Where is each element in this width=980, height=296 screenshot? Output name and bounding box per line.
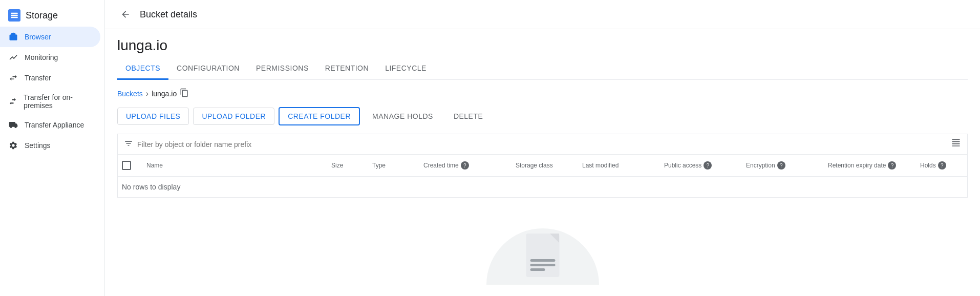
- retention-help-icon[interactable]: ?: [888, 161, 896, 170]
- th-holds: Holds ?: [916, 155, 967, 176]
- tab-objects[interactable]: OBJECTS: [117, 58, 168, 80]
- illustration-doc-lines: [530, 259, 555, 271]
- filter-input[interactable]: [137, 140, 951, 149]
- th-storage-class: Storage class: [512, 155, 578, 176]
- public-access-help-icon[interactable]: ?: [704, 161, 712, 170]
- upload-files-button[interactable]: UPLOAD FILES: [117, 108, 189, 125]
- sidebar-item-settings[interactable]: Settings: [0, 135, 100, 156]
- table-container: Name Size Type Created time ? Storage cl…: [117, 155, 968, 198]
- tab-permissions[interactable]: PERMISSIONS: [248, 58, 317, 80]
- th-encryption: Encryption ?: [742, 155, 824, 176]
- sidebar: Storage Browser Monitoring Transfer Tran…: [0, 0, 105, 296]
- breadcrumb-buckets-link[interactable]: Buckets: [117, 90, 143, 98]
- th-checkbox: [118, 155, 142, 176]
- sidebar-item-browser[interactable]: Browser: [0, 27, 100, 47]
- upload-folder-button[interactable]: UPLOAD FOLDER: [193, 108, 274, 125]
- sidebar-item-transfer[interactable]: Transfer: [0, 68, 100, 88]
- th-name: Name: [142, 155, 327, 176]
- sidebar-item-settings-label: Settings: [25, 141, 51, 150]
- select-all-checkbox[interactable]: [122, 161, 131, 170]
- sidebar-item-transfer-appliance-label: Transfer Appliance: [25, 121, 84, 129]
- illustration-doc-corner: [550, 234, 559, 243]
- sidebar-header: Storage: [0, 4, 104, 27]
- action-bar: UPLOAD FILES UPLOAD FOLDER CREATE FOLDER…: [117, 107, 968, 125]
- bucket-section: lunga.io: [105, 29, 980, 54]
- empty-illustration-container: [117, 208, 968, 285]
- tab-configuration[interactable]: CONFIGURATION: [168, 58, 248, 80]
- settings-icon: [8, 140, 18, 151]
- empty-message: No rows to display: [118, 177, 967, 197]
- svg-rect-1: [11, 15, 17, 16]
- empty-illustration: [486, 208, 599, 285]
- doc-line-3: [530, 268, 545, 271]
- transfer-icon: [8, 73, 18, 83]
- sidebar-item-transfer-on-premises-label: Transfer for on-premises: [24, 93, 92, 110]
- sidebar-item-browser-label: Browser: [25, 33, 51, 41]
- create-folder-button[interactable]: CREATE FOLDER: [279, 107, 360, 125]
- svg-rect-2: [11, 17, 17, 18]
- tab-lifecycle[interactable]: LIFECYCLE: [377, 58, 435, 80]
- filter-icon: [124, 139, 133, 150]
- tab-retention[interactable]: RETENTION: [317, 58, 377, 80]
- delete-button[interactable]: DELETE: [445, 108, 491, 124]
- doc-line-1: [530, 259, 555, 262]
- th-type: Type: [368, 155, 419, 176]
- th-retention-expiry-date: Retention expiry date ?: [824, 155, 916, 176]
- svg-rect-0: [11, 13, 17, 14]
- doc-line-2: [530, 264, 555, 266]
- manage-holds-button[interactable]: MANAGE HOLDS: [364, 108, 441, 124]
- encryption-help-icon[interactable]: ?: [777, 161, 785, 170]
- created-time-help-icon[interactable]: ?: [461, 161, 469, 170]
- breadcrumb-current: lunga.io: [152, 90, 177, 98]
- th-public-access: Public access ?: [660, 155, 742, 176]
- transfer-appliance-icon: [8, 120, 18, 130]
- th-last-modified: Last modified: [578, 155, 660, 176]
- monitoring-icon: [8, 52, 18, 62]
- transfer-on-premises-icon: [8, 96, 17, 107]
- illustration-document: [526, 234, 559, 277]
- sidebar-item-transfer-appliance[interactable]: Transfer Appliance: [0, 115, 100, 135]
- holds-help-icon[interactable]: ?: [938, 161, 946, 170]
- storage-icon: [8, 9, 20, 22]
- density-icon[interactable]: [951, 138, 961, 150]
- page-title: Bucket details: [140, 9, 197, 20]
- th-size: Size: [327, 155, 368, 176]
- breadcrumb-separator: ›: [146, 89, 148, 98]
- breadcrumb: Buckets › lunga.io: [117, 88, 968, 99]
- table-header: Name Size Type Created time ? Storage cl…: [118, 155, 967, 177]
- main-content: Bucket details lunga.io OBJECTS CONFIGUR…: [105, 0, 980, 296]
- th-created-time: Created time ?: [419, 155, 512, 176]
- sidebar-item-transfer-label: Transfer: [25, 74, 51, 82]
- filter-area: [117, 134, 968, 155]
- back-button[interactable]: [117, 6, 134, 23]
- app-title: Storage: [26, 10, 58, 21]
- objects-content: Buckets › lunga.io UPLOAD FILES UPLOAD F…: [105, 80, 980, 293]
- bucket-name: lunga.io: [117, 37, 968, 54]
- sidebar-item-monitoring[interactable]: Monitoring: [0, 47, 100, 68]
- browser-icon: [8, 32, 18, 42]
- topbar: Bucket details: [105, 0, 980, 29]
- sidebar-item-monitoring-label: Monitoring: [25, 53, 58, 61]
- copy-bucket-name-icon[interactable]: [180, 88, 189, 99]
- tabs-bar: OBJECTS CONFIGURATION PERMISSIONS RETENT…: [117, 58, 968, 80]
- sidebar-item-transfer-on-premises[interactable]: Transfer for on-premises: [0, 88, 100, 115]
